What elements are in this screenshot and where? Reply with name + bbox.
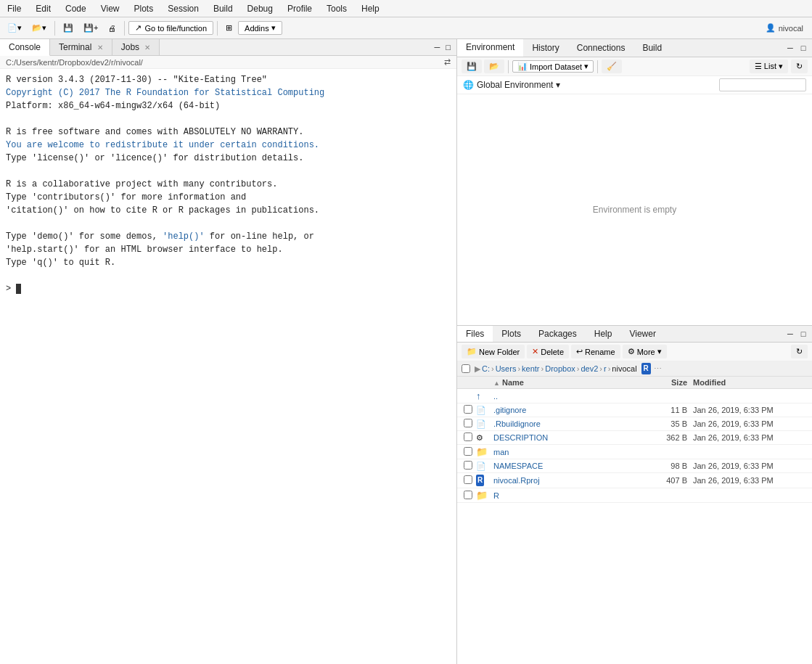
addins-btn[interactable]: Addins ▾ [238, 21, 282, 35]
addins-chevron-icon: ▾ [271, 23, 276, 33]
file-link-namespace[interactable]: NAMESPACE [493, 462, 543, 470]
file-link-description[interactable]: DESCRIPTION [493, 433, 548, 442]
check-description[interactable] [464, 433, 472, 441]
maximize-files-btn[interactable]: □ [797, 328, 809, 340]
tab-help[interactable]: Help [586, 326, 621, 342]
tab-jobs-close[interactable]: ✕ [144, 44, 150, 52]
check-rproj[interactable] [464, 475, 472, 484]
minimize-files-btn[interactable]: ─ [784, 328, 796, 340]
console-spacer-2 [6, 165, 451, 178]
file-link-man[interactable]: man [493, 448, 509, 456]
file-link-rbuildignore[interactable]: .Rbuildignore [493, 419, 541, 428]
new-folder-btn[interactable]: 📁 New Folder [462, 345, 525, 358]
sync-icon[interactable]: ⇄ [444, 57, 451, 67]
env-scope: 🌐 Global Environment ▾ [457, 76, 812, 94]
rename-label: Rename [585, 348, 615, 356]
menu-debug[interactable]: Debug [240, 2, 280, 15]
menu-code[interactable]: Code [58, 2, 94, 15]
breadcrumb-kentr[interactable]: kentr [522, 364, 539, 373]
gear-icon: ⚙ [628, 347, 635, 356]
minimize-env-btn[interactable]: ─ [784, 42, 796, 54]
file-link-parent[interactable]: .. [493, 392, 498, 401]
env-save-btn[interactable]: 💾 [462, 60, 482, 73]
namespace-icon: 📄 [476, 462, 486, 470]
file-row-r: 📁 R [457, 488, 812, 503]
addins-label: Addins [245, 24, 269, 33]
tab-terminal[interactable]: Terminal ✕ [50, 39, 112, 55]
rename-btn[interactable]: ↩ Rename [571, 345, 620, 358]
console-line-8: Type 'contributors()' for more informati… [6, 191, 451, 204]
tab-plots[interactable]: Plots [493, 326, 530, 342]
tab-terminal-close[interactable]: ✕ [97, 44, 103, 52]
tab-console[interactable]: Console [0, 39, 50, 56]
menu-profile[interactable]: Profile [280, 2, 319, 15]
minimize-left-btn[interactable]: ─ [432, 41, 443, 53]
breadcrumb-check[interactable] [462, 364, 470, 373]
new-folder-label: New Folder [479, 348, 520, 356]
layout-btn[interactable]: ⊞ [221, 21, 237, 35]
goto-btn[interactable]: ↗ Go to file/function [128, 21, 213, 35]
menu-plots[interactable]: Plots [127, 2, 161, 15]
clear-env-btn[interactable]: 🧹 [602, 60, 622, 73]
panel-tab-actions: ─ □ [432, 41, 456, 53]
print-btn[interactable]: 🖨 [104, 22, 120, 35]
file-link-rproj[interactable]: nivocal.Rproj [493, 476, 540, 485]
env-search-input[interactable] [719, 78, 806, 91]
file-link-gitignore[interactable]: .gitignore [493, 406, 526, 414]
menu-build[interactable]: Build [206, 2, 240, 15]
breadcrumb-dropbox[interactable]: Dropbox [545, 364, 575, 373]
tab-history[interactable]: History [523, 40, 567, 56]
import-dataset-btn[interactable]: 📊 Import Dataset ▾ [512, 60, 594, 73]
refresh-files-btn[interactable]: ↻ [791, 345, 808, 358]
menu-help[interactable]: Help [354, 2, 387, 15]
breadcrumb-r[interactable]: r [604, 364, 607, 373]
env-scope-label[interactable]: 🌐 Global Environment ▾ [463, 80, 560, 90]
console-output[interactable]: R version 3.4.3 (2017-11-30) -- "Kite-Ea… [0, 69, 456, 664]
list-view-btn[interactable]: ☰ List ▾ [750, 60, 788, 73]
check-gitignore[interactable] [464, 405, 472, 414]
new-script-btn[interactable]: 📄▾ [3, 21, 26, 35]
env-tabs: Environment History Connections Build ─ … [457, 39, 812, 57]
maximize-env-btn[interactable]: □ [797, 42, 809, 54]
tab-packages[interactable]: Packages [530, 326, 586, 342]
up-arrow-icon: ↑ [476, 390, 481, 401]
breadcrumb-nav-icon: ▶ [475, 364, 480, 374]
tab-files[interactable]: Files [457, 326, 493, 342]
menu-session[interactable]: Session [160, 2, 206, 15]
more-btn[interactable]: ⚙ More ▾ [623, 345, 667, 358]
header-size[interactable]: Size [635, 378, 693, 387]
breadcrumb-c[interactable]: C: [482, 364, 490, 373]
header-modified[interactable]: Modified [693, 378, 809, 387]
check-r[interactable] [464, 491, 472, 499]
refresh-env-btn[interactable]: ↻ [791, 60, 808, 73]
maximize-left-btn[interactable]: □ [443, 41, 454, 53]
tab-viewer[interactable]: Viewer [620, 326, 664, 342]
env-load-btn[interactable]: 📂 [484, 60, 504, 73]
breadcrumb-dev2[interactable]: dev2 [581, 364, 598, 373]
menu-tools[interactable]: Tools [319, 2, 354, 15]
file-link-r[interactable]: R [493, 491, 499, 500]
files-tabs: Files Plots Packages Help Viewer ─ □ [457, 326, 812, 343]
import-dataset-label: Import Dataset [530, 62, 582, 71]
check-man[interactable] [464, 447, 472, 456]
breadcrumb-users[interactable]: Users [496, 364, 517, 373]
save-all-btn[interactable]: 💾+ [79, 21, 102, 35]
header-name[interactable]: ▲ Name [491, 378, 635, 387]
menu-view[interactable]: View [94, 2, 127, 15]
check-rbuildignore[interactable] [464, 419, 472, 427]
more-chevron-icon: ▾ [657, 347, 662, 356]
tab-jobs[interactable]: Jobs ✕ [112, 39, 160, 55]
breadcrumb-more-icon[interactable]: ⋯ [654, 364, 662, 374]
menu-file[interactable]: File [0, 2, 28, 15]
save-btn[interactable]: 💾 [59, 21, 78, 35]
menu-edit[interactable]: Edit [28, 2, 58, 15]
tab-build[interactable]: Build [633, 40, 670, 56]
breadcrumb-nivocal[interactable]: nivocal [612, 364, 636, 373]
open-file-btn[interactable]: 📂▾ [28, 21, 51, 35]
open-file-icon: 📂▾ [32, 23, 46, 33]
delete-btn[interactable]: ✕ Delete [527, 345, 569, 358]
tab-connections[interactable]: Connections [568, 40, 634, 56]
tab-environment[interactable]: Environment [457, 39, 523, 57]
check-namespace[interactable] [464, 461, 472, 470]
file-row-gitignore: 📄 .gitignore 11 B Jan 26, 2019, 6:33 PM [457, 403, 812, 417]
